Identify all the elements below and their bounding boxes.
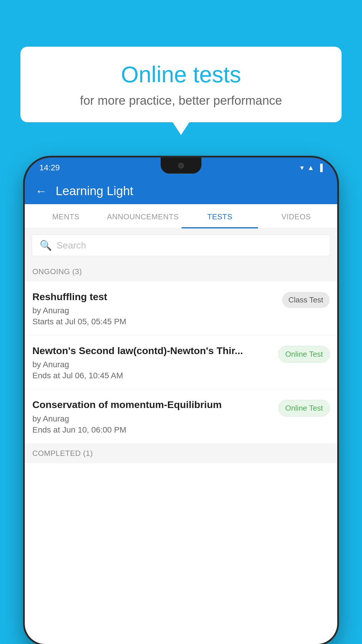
test-time-3: Ends at Jun 10, 06:00 PM: [32, 425, 273, 435]
bubble-subtitle: for more practice, better performance: [38, 94, 324, 108]
wifi-icon: ▾: [300, 164, 304, 172]
test-item-1[interactable]: Reshuffling test by Anurag Starts at Jul…: [25, 281, 337, 335]
test-name-2: Newton's Second law(contd)-Newton's Thir…: [32, 344, 273, 357]
app-bar: ← Learning Light: [25, 178, 337, 204]
tab-tests[interactable]: TESTS: [182, 204, 258, 228]
test-name-1: Reshuffling test: [32, 290, 276, 303]
phone-screen: 14:29 ▾ ▲ ▐ ← Learning Light MENTS ANNOU…: [25, 158, 337, 644]
content-area: ONGOING (3) Reshuffling test by Anurag S…: [25, 262, 337, 644]
status-icons: ▾ ▲ ▐: [300, 164, 323, 172]
search-input[interactable]: Search: [57, 240, 86, 251]
notch: [161, 158, 201, 174]
tabs-bar: MENTS ANNOUNCEMENTS TESTS VIDEOS: [25, 204, 337, 229]
test-info-3: Conservation of momentum-Equilibrium by …: [32, 398, 273, 434]
completed-section-header: COMPLETED (1): [25, 444, 337, 463]
tab-announcements[interactable]: ANNOUNCEMENTS: [104, 204, 182, 228]
test-badge-2: Online Test: [278, 346, 330, 363]
search-box[interactable]: 🔍 Search: [32, 235, 330, 256]
test-item-3[interactable]: Conservation of momentum-Equilibrium by …: [25, 389, 337, 443]
bubble-title: Online tests: [38, 61, 324, 88]
test-badge-3: Online Test: [278, 400, 330, 416]
test-author-3: by Anurag: [32, 414, 273, 424]
test-time-1: Starts at Jul 05, 05:45 PM: [32, 317, 276, 326]
test-author-2: by Anurag: [32, 360, 273, 369]
test-item-2[interactable]: Newton's Second law(contd)-Newton's Thir…: [25, 335, 337, 389]
speech-bubble: Online tests for more practice, better p…: [20, 47, 342, 122]
test-time-2: Ends at Jul 06, 10:45 AM: [32, 371, 273, 380]
back-button[interactable]: ←: [35, 185, 47, 198]
test-name-3: Conservation of momentum-Equilibrium: [32, 398, 273, 411]
search-container: 🔍 Search: [25, 229, 337, 262]
status-time: 14:29: [39, 163, 60, 172]
camera: [178, 163, 184, 169]
test-author-1: by Anurag: [32, 306, 276, 315]
test-info-2: Newton's Second law(contd)-Newton's Thir…: [32, 344, 273, 380]
tab-videos[interactable]: VIDEOS: [258, 204, 334, 228]
battery-icon: ▐: [318, 164, 323, 172]
search-icon: 🔍: [40, 239, 52, 251]
signal-icon: ▲: [307, 164, 314, 172]
tab-ments[interactable]: MENTS: [28, 204, 104, 228]
test-info-1: Reshuffling test by Anurag Starts at Jul…: [32, 290, 276, 326]
phone-shell: 14:29 ▾ ▲ ▐ ← Learning Light MENTS ANNOU…: [25, 158, 337, 644]
app-bar-title: Learning Light: [56, 184, 133, 198]
test-badge-1: Class Test: [282, 292, 330, 308]
ongoing-section-header: ONGOING (3): [25, 262, 337, 281]
test-list: Reshuffling test by Anurag Starts at Jul…: [25, 281, 337, 444]
